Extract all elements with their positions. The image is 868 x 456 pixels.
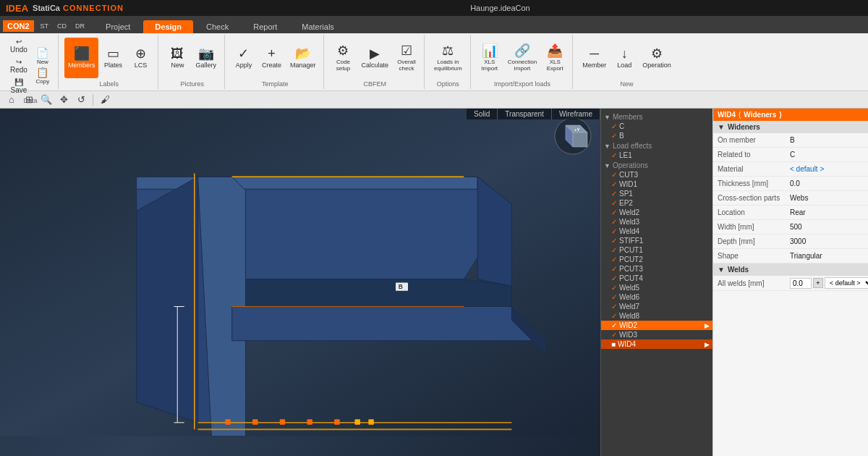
all-welds-input[interactable] — [790, 278, 812, 289]
gallery-button[interactable]: 📷 Gallery — [192, 38, 220, 78]
xls-import-button[interactable]: 📊 XLS Import — [477, 38, 503, 78]
paint-button[interactable]: 🖌 — [98, 93, 112, 107]
create-button[interactable]: + Create — [258, 38, 285, 78]
stiff1-item[interactable]: ✓ STIFF1 — [601, 236, 712, 245]
new-load-button[interactable]: ↓ Load — [611, 38, 637, 78]
apply-button[interactable]: ✓ Apply — [231, 38, 257, 78]
pan-button[interactable]: ✥ — [56, 93, 71, 107]
xls-export-button[interactable]: 📤 XLS Export — [542, 38, 568, 78]
weld6-item[interactable]: ✓ Weld6 — [601, 292, 712, 302]
tab-design[interactable]: Design — [143, 20, 193, 33]
svg-marker-32 — [573, 132, 587, 147]
wideners-section-header[interactable]: ▼ Wideners — [713, 121, 868, 133]
tab-project[interactable]: Project — [94, 20, 142, 33]
ep2-label: EP2 — [619, 199, 633, 207]
all-welds-row: All welds [mm] + < default > — [713, 276, 868, 291]
solid-mode-button[interactable]: Solid — [467, 109, 498, 119]
cut3-item[interactable]: ✓ CUT3 — [601, 170, 712, 180]
tab-materials[interactable]: Materials — [290, 20, 346, 33]
rotate-button[interactable]: ↺ — [74, 93, 88, 107]
wid3-item[interactable]: ✓ WID3 — [601, 330, 712, 339]
transparent-mode-button[interactable]: Transparent — [498, 109, 552, 119]
weld3-item[interactable]: ✓ Weld3 — [601, 217, 712, 227]
home-button[interactable]: ⌂ — [4, 93, 19, 107]
pcut4-item[interactable]: ✓ PCUT4 — [601, 274, 712, 283]
tab-report[interactable]: Report — [242, 20, 289, 33]
stepper-up[interactable]: + — [813, 278, 823, 288]
weld2-item[interactable]: ✓ Weld2 — [601, 208, 712, 217]
load-effects-section[interactable]: ▼ Load effects — [601, 140, 712, 151]
properties-panel: WID4 ( Wideners ) ▼ Wideners On member B… — [712, 109, 868, 456]
cut3-check: ✓ — [611, 171, 617, 179]
wideners-section-label: Wideners — [728, 123, 760, 131]
thickness-row: Thickness [mm] 0.0 — [713, 177, 868, 191]
operations-section[interactable]: ▼ Operations — [601, 160, 712, 170]
pcut3-item[interactable]: ✓ PCUT3 — [601, 264, 712, 274]
ribbon-group-cbfem: ⚙ Code setup ▶ Calculate ☑ Overall check… — [326, 35, 425, 89]
viewport[interactable]: Solid Transparent Wireframe — [0, 109, 600, 456]
width-label: Width [mm] — [718, 223, 790, 231]
weld8-item[interactable]: ✓ Weld8 — [601, 311, 712, 321]
wid1-label: WID1 — [619, 180, 637, 188]
manager-button[interactable]: 📂 Manager — [286, 38, 320, 78]
all-welds-stepper[interactable]: + < default > — [790, 277, 868, 289]
qa-cd[interactable]: CD — [54, 22, 70, 30]
lcs-button[interactable]: ⊕ LCS — [127, 38, 153, 78]
pcut1-item[interactable]: ✓ PCUT1 — [601, 245, 712, 255]
related-to-value: C — [790, 151, 864, 159]
weld6-label: Weld6 — [619, 293, 639, 301]
related-to-row: Related to C — [713, 148, 868, 162]
wid4-item[interactable]: ■ WID4 ▶ — [601, 339, 712, 349]
welds-section-header[interactable]: ▼ Welds — [713, 263, 868, 276]
wid1-item[interactable]: ✓ WID1 — [601, 180, 712, 189]
calculate-button[interactable]: ▶ Calculate — [357, 38, 392, 78]
ribbon-pictures-label: Pictures — [180, 79, 204, 88]
weld4-item[interactable]: ✓ Weld4 — [601, 227, 712, 236]
le1-item[interactable]: ✓ LE1 — [601, 151, 712, 160]
on-member-label: On member — [718, 136, 790, 144]
ribbon-template-label: Template — [262, 79, 289, 88]
code-setup-button[interactable]: ⚙ Code setup — [330, 38, 356, 78]
qa-st[interactable]: ST — [37, 22, 53, 30]
title-bar: IDEA StatiCa CONNECTION Haunge.ideaCon — [0, 0, 868, 16]
plates-button[interactable]: ▭ Plates — [100, 38, 126, 78]
weld7-item[interactable]: ✓ Weld7 — [601, 302, 712, 311]
con-label: CON2 — [3, 20, 34, 32]
ribbon-labels-label: Labels — [99, 79, 119, 88]
ribbon-labels-buttons: ⬛ Members ▭ Plates ⊕ LCS — [64, 36, 154, 79]
ep2-item[interactable]: ✓ EP2 — [601, 198, 712, 208]
svg-rect-17 — [354, 419, 360, 425]
material-value[interactable]: < default > — [790, 165, 864, 173]
new-operation-button[interactable]: ⚙ Operation — [639, 38, 675, 78]
new-button[interactable]: 📄 New — [32, 47, 54, 66]
weld5-item[interactable]: ✓ Weld5 — [601, 283, 712, 292]
member-b-item[interactable]: ✓ B — [601, 131, 712, 140]
depth-value: 3000 — [790, 237, 864, 245]
members-section[interactable]: ▼ Members — [601, 111, 712, 122]
svg-text:+Y: +Y — [574, 127, 580, 132]
search-button[interactable]: 🔍 — [39, 93, 54, 107]
wid2-item[interactable]: ✓ WID2 ▶ — [601, 321, 712, 330]
3d-cube-navigator[interactable]: +Y — [551, 114, 595, 158]
pcut2-item[interactable]: ✓ PCUT2 — [601, 255, 712, 264]
new-picture-button[interactable]: 🖼 New — [164, 38, 190, 78]
sp1-item[interactable]: ✓ SP1 — [601, 189, 712, 198]
loads-equilibrium-button[interactable]: ⚖ Loads in equilibrium — [430, 38, 466, 78]
wireframe-mode-button[interactable]: Wireframe — [552, 109, 600, 119]
overall-check-button[interactable]: ☑ Overall check — [393, 38, 420, 78]
wid3-label: WID3 — [619, 331, 637, 339]
copy-button[interactable]: 📋 Copy — [32, 67, 54, 85]
svg-rect-12 — [225, 419, 231, 425]
width-value: 500 — [790, 223, 864, 231]
tab-check[interactable]: Check — [195, 20, 240, 33]
quick-access-toolbar: ST CD DR — [37, 22, 89, 30]
connection-import-button[interactable]: 🔗 Connection Import — [504, 38, 540, 78]
new-member-button[interactable]: ─ Member — [579, 38, 610, 78]
fit-all-button[interactable]: ⊞ — [22, 93, 36, 107]
member-c-item[interactable]: ✓ C — [601, 122, 712, 131]
qa-dr[interactable]: DR — [72, 22, 88, 30]
undo-button[interactable]: ↩ Undo — [7, 36, 30, 55]
all-welds-select[interactable]: < default > — [825, 277, 868, 289]
members-label-button[interactable]: ⬛ Members — [64, 38, 99, 78]
redo-button[interactable]: ↪ Redo — [7, 56, 30, 75]
